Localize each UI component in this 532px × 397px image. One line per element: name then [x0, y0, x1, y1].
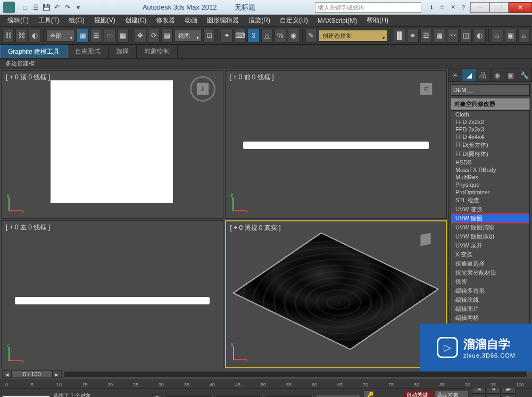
- edit-named-sel-button[interactable]: ✎: [305, 29, 317, 43]
- modifier-item[interactable]: HSDS: [451, 159, 529, 166]
- selection-filter-dropdown[interactable]: 全部: [46, 30, 75, 42]
- modifier-item[interactable]: Cloth: [451, 111, 529, 118]
- named-selection-dropdown[interactable]: 创建选择集: [319, 30, 388, 42]
- modifier-item[interactable]: MultiRes: [451, 173, 529, 181]
- schematic-button[interactable]: ◫: [460, 29, 472, 43]
- modifier-item[interactable]: 按通道选择: [451, 259, 529, 268]
- coord-x-field[interactable]: X:: [165, 395, 213, 398]
- material-editor-button[interactable]: ◐: [473, 29, 485, 43]
- app-icon[interactable]: [3, 2, 15, 13]
- mirror-button[interactable]: ▐▌: [394, 29, 405, 43]
- viewport-front[interactable]: [ + 0 前 0 线框 ] 前 xz: [225, 70, 447, 219]
- bind-icon[interactable]: ◐: [29, 29, 40, 43]
- modifier-item[interactable]: 编辑法线: [451, 295, 529, 304]
- modifier-item[interactable]: FFD(长方体): [451, 140, 529, 150]
- modifier-item[interactable]: Physique: [451, 181, 529, 188]
- modifier-list-header[interactable]: 对象空间修改器: [451, 98, 530, 110]
- modifier-item[interactable]: UVW 贴图添加: [451, 232, 529, 241]
- help-icon[interactable]: ?: [459, 3, 468, 12]
- menu-view[interactable]: 视图(V): [90, 16, 120, 25]
- window-crossing-button[interactable]: ▦: [117, 29, 129, 43]
- modifier-item[interactable]: STL 检查: [451, 196, 529, 205]
- keyboard-shortcut-button[interactable]: ⌨: [234, 29, 246, 43]
- select-button[interactable]: ▣: [77, 29, 88, 43]
- manipulate-button[interactable]: ✦: [221, 29, 232, 43]
- percent-snap-button[interactable]: %: [275, 29, 286, 43]
- modifier-item[interactable]: UVW 贴图清除: [451, 223, 529, 232]
- menu-grapheditors[interactable]: 图形编辑器: [203, 16, 243, 25]
- menu-render[interactable]: 渲染(R): [244, 16, 275, 25]
- ribbon-tab-selection[interactable]: 选择: [109, 45, 137, 58]
- auto-key-button[interactable]: 自动关键点: [403, 391, 434, 397]
- menu-customize[interactable]: 自定义(U): [276, 16, 312, 25]
- unlink-icon[interactable]: ⛓̷: [15, 29, 27, 43]
- qat-undo-icon[interactable]: ↶: [52, 3, 62, 12]
- cmd-tab-utilities-icon[interactable]: 🔧: [518, 69, 532, 81]
- object-plane-left[interactable]: [15, 297, 210, 304]
- cmd-tab-hierarchy-icon[interactable]: 品: [476, 69, 490, 81]
- menu-maxscript[interactable]: MAXScript(M): [313, 17, 362, 24]
- object-name-field[interactable]: [451, 84, 529, 96]
- object-color-swatch[interactable]: [529, 84, 530, 96]
- menu-edit[interactable]: 编辑(E): [3, 16, 33, 25]
- qat-redo-icon[interactable]: ↷: [63, 3, 72, 12]
- key-mode-icon[interactable]: 🔑: [363, 391, 374, 397]
- modifier-item[interactable]: 编辑网格: [451, 313, 529, 322]
- modifier-item[interactable]: UVW 展开: [451, 241, 529, 250]
- modifier-item[interactable]: FFD 3x3x3: [451, 126, 529, 133]
- object-plane-front[interactable]: [243, 142, 429, 149]
- time-prev-button[interactable]: ◂: [2, 370, 12, 378]
- viewport-left[interactable]: [ + 0 左 0 线框 ] yz: [1, 220, 223, 369]
- ribbon-panel-label[interactable]: 多边形建模: [0, 59, 532, 69]
- cmd-tab-display-icon[interactable]: ▣: [504, 69, 518, 81]
- ribbon-tab-freeform[interactable]: 自由形式: [68, 45, 109, 58]
- viewcube-persp[interactable]: [413, 227, 438, 252]
- rotate-button[interactable]: ⟳: [148, 29, 160, 43]
- menu-animation[interactable]: 动画: [180, 16, 202, 25]
- exchange-icon[interactable]: ✕: [448, 3, 458, 12]
- modifier-item[interactable]: FFD 4x4x4: [451, 133, 529, 140]
- modifier-item[interactable]: FFD(圆柱体): [451, 150, 529, 159]
- coord-y-field[interactable]: Y:: [215, 395, 263, 398]
- modifier-item[interactable]: FFD 2x2x2: [451, 118, 529, 126]
- cmd-tab-create-icon[interactable]: ✳: [448, 69, 462, 81]
- modifier-item[interactable]: 编辑多边形: [451, 286, 529, 295]
- ref-coord-dropdown[interactable]: 视图: [174, 30, 202, 42]
- time-next-button[interactable]: ▸: [52, 370, 62, 378]
- modifier-item[interactable]: ProOptimizer: [451, 188, 529, 196]
- layers-button[interactable]: ☲: [420, 29, 432, 43]
- viewport-front-label[interactable]: [ + 0 前 0 线框 ]: [230, 73, 274, 82]
- scale-button[interactable]: ▤: [161, 29, 173, 43]
- object-plane-top[interactable]: [51, 80, 173, 203]
- spinner-snap-button[interactable]: ◉: [288, 29, 300, 43]
- render-setup-button[interactable]: ☼: [491, 29, 503, 43]
- minimize-button[interactable]: —: [470, 2, 489, 13]
- ribbon-toggle-button[interactable]: ▦: [434, 29, 445, 43]
- pivot-button[interactable]: ⊡: [203, 29, 215, 43]
- viewport-perspective[interactable]: [ + 0 透视 0 真实 ] xy: [225, 220, 447, 369]
- lock-selection-icon[interactable]: 🔒: [152, 394, 162, 398]
- play-next-icon[interactable]: ▸: [472, 395, 486, 398]
- modifier-item[interactable]: UVW 贴图: [451, 214, 529, 223]
- qat-open-icon[interactable]: ☰: [31, 3, 40, 12]
- ribbon-tab-graphite[interactable]: Graphite 建模工具: [0, 45, 68, 58]
- menu-create[interactable]: 创建(C): [121, 16, 151, 25]
- viewcube-top[interactable]: 上: [190, 76, 215, 102]
- modifier-item[interactable]: 编辑面片: [451, 304, 529, 313]
- menu-group[interactable]: 组(G): [64, 16, 88, 25]
- frame-indicator[interactable]: 0 / 100: [12, 370, 52, 378]
- select-region-button[interactable]: ▭: [104, 29, 115, 43]
- modifier-item[interactable]: 保留: [451, 277, 529, 286]
- select-name-button[interactable]: ☰: [90, 29, 102, 43]
- object-terrain-persp[interactable]: [232, 233, 439, 350]
- snap-toggle-button[interactable]: 3: [247, 29, 259, 43]
- zoom-icon[interactable]: 🔍: [502, 395, 516, 398]
- modifier-item[interactable]: UVW 变换: [451, 205, 529, 214]
- cmd-tab-modify-icon[interactable]: ◢: [462, 69, 476, 81]
- link-icon[interactable]: ⛓: [2, 29, 14, 43]
- play-end-icon[interactable]: ▸|: [487, 395, 501, 398]
- viewport-persp-label[interactable]: [ + 0 透视 0 真实 ]: [230, 224, 281, 233]
- maxscript-mini-button[interactable]: Max to Physes (: [2, 395, 50, 398]
- modifier-item[interactable]: X 变换: [451, 250, 529, 259]
- key-target-dropdown[interactable]: 选定对象: [435, 391, 468, 397]
